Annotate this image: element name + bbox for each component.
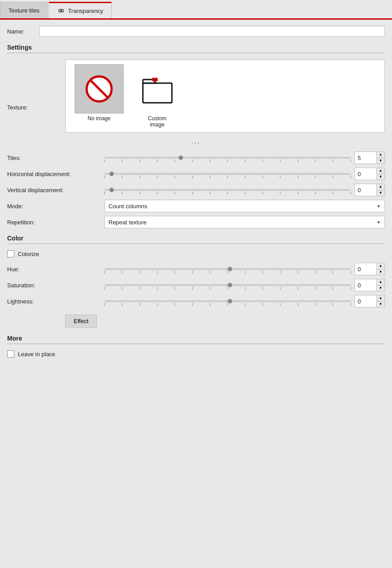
folder-icon (141, 73, 174, 105)
tiles-label: Tiles: (7, 155, 101, 161)
tab-transparency[interactable]: Transparency (49, 2, 112, 18)
lightness-down-button[interactable]: ▼ (377, 302, 384, 307)
name-label: Name: (7, 28, 34, 35)
colorize-row: Colorize (7, 250, 385, 257)
texture-option-custom-image[interactable]: Customimage (133, 64, 182, 128)
saturation-value[interactable]: 0 (355, 279, 376, 291)
saturation-slider-track[interactable] (104, 280, 351, 290)
colorize-checkbox[interactable] (7, 250, 14, 257)
tiles-down-button[interactable]: ▼ (377, 158, 384, 164)
lightness-arrows: ▲ ▼ (376, 295, 384, 307)
settings-section-title: Settings (7, 44, 385, 53)
tab-texture-tiles[interactable]: Texture tiles (0, 2, 48, 18)
hue-slider-ticks (104, 271, 351, 273)
hdisplace-label: Horizontal displacement: (7, 171, 101, 177)
vdisplace-spinbox: 0 ▲ ▼ (354, 184, 385, 196)
color-section: Color Colorize Hue: (7, 235, 385, 328)
tiles-up-button[interactable]: ▲ (377, 152, 384, 158)
hue-down-button[interactable]: ▼ (377, 269, 384, 275)
hue-up-button[interactable]: ▲ (377, 263, 384, 269)
svg-rect-5 (152, 78, 158, 81)
lightness-slider-bg (104, 300, 351, 302)
hdisplace-up-button[interactable]: ▲ (377, 168, 384, 174)
mode-dropdown[interactable]: Count columns ▼ (104, 200, 385, 212)
saturation-slider-ticks (104, 287, 351, 290)
lightness-row: Lightness: 0 ▲ ▼ (7, 295, 385, 307)
saturation-slider-bg (104, 284, 351, 286)
effect-button[interactable]: Effect (65, 315, 97, 328)
hue-arrows: ▲ ▼ (376, 263, 384, 275)
hue-slider-track[interactable] (104, 264, 351, 274)
lightness-spinbox: 0 ▲ ▼ (354, 295, 385, 307)
lightness-label: Lightness: (7, 298, 101, 305)
hdisplace-down-button[interactable]: ▼ (377, 174, 384, 180)
vdisplace-slider-bg (104, 189, 351, 191)
name-input[interactable] (39, 26, 385, 37)
tiles-slider-bg (104, 157, 351, 159)
vdisplace-value[interactable]: 0 (355, 184, 376, 196)
hue-label: Hue: (7, 266, 101, 273)
tiles-arrows: ▲ ▼ (376, 152, 384, 164)
saturation-up-button[interactable]: ▲ (377, 279, 384, 286)
repetition-dropdown-arrow: ▼ (376, 220, 381, 225)
saturation-row: Saturation: 0 ▲ ▼ (7, 279, 385, 291)
tiles-value[interactable]: 5 (355, 152, 376, 164)
repetition-row: Repetition: Repeat texture ▼ (7, 216, 385, 228)
vdisplace-slider-container[interactable] (104, 185, 351, 195)
vdisplace-slider-ticks (104, 192, 351, 194)
hdisplace-slider-track[interactable] (104, 169, 351, 179)
saturation-slider-container[interactable] (104, 280, 351, 290)
tab-transparency-label: Transparency (68, 8, 103, 14)
lightness-slider-container[interactable] (104, 296, 351, 306)
hue-spinbox: 0 ▲ ▼ (354, 263, 385, 275)
leave-in-place-row: Leave in place (7, 350, 385, 358)
texture-row: Texture: No image (7, 59, 385, 133)
svg-rect-4 (143, 83, 172, 103)
name-row: Name: (7, 26, 385, 37)
color-section-title: Color (7, 235, 385, 244)
hdisplace-arrows: ▲ ▼ (376, 168, 384, 180)
vdisplace-down-button[interactable]: ▼ (377, 190, 384, 196)
saturation-down-button[interactable]: ▼ (377, 286, 384, 291)
saturation-arrows: ▲ ▼ (376, 279, 384, 291)
lightness-slider-track[interactable] (104, 296, 351, 306)
colorize-label: Colorize (18, 251, 39, 257)
hdisplace-value[interactable]: 0 (355, 168, 376, 180)
more-section: More Leave in place (7, 335, 385, 358)
mode-dropdown-arrow: ▼ (376, 204, 381, 209)
tiles-slider-track[interactable] (104, 153, 351, 163)
saturation-spinbox: 0 ▲ ▼ (354, 279, 385, 291)
texture-thumb-custom-image (133, 64, 182, 114)
hdisplace-spinbox: 0 ▲ ▼ (354, 168, 385, 180)
vdisplace-row: Vertical displacement: 0 ▲ ▼ (7, 184, 385, 196)
repetition-dropdown[interactable]: Repeat texture ▼ (104, 216, 385, 228)
leave-in-place-checkbox[interactable] (7, 350, 14, 358)
texture-custom-image-label: Customimage (148, 115, 166, 128)
more-section-title: More (7, 335, 385, 344)
repetition-label: Repetition: (7, 219, 101, 226)
hue-slider-container[interactable] (104, 264, 351, 274)
lightness-value[interactable]: 0 (355, 295, 376, 307)
hue-row: Hue: 0 ▲ ▼ (7, 263, 385, 275)
tiles-row: Tiles: 5 ▲ ▼ (7, 151, 385, 164)
mode-value: Count columns (108, 203, 147, 210)
tiles-slider-container[interactable] (104, 153, 351, 163)
hue-value[interactable]: 0 (355, 263, 376, 275)
vdisplace-slider-track[interactable] (104, 185, 351, 195)
hdisplace-slider-container[interactable] (104, 169, 351, 179)
saturation-label: Saturation: (7, 282, 101, 289)
vdisplace-up-button[interactable]: ▲ (377, 184, 384, 190)
texture-thumb-no-image (75, 64, 124, 114)
hdisplace-slider-bg (104, 173, 351, 175)
hdisplace-row: Horizontal displacement: 0 ▲ ▼ (7, 168, 385, 180)
no-image-icon (83, 73, 115, 105)
leave-in-place-label: Leave in place (18, 351, 55, 358)
mode-row: Mode: Count columns ▼ (7, 200, 385, 212)
repetition-value: Repeat texture (108, 219, 146, 226)
lightness-up-button[interactable]: ▲ (377, 295, 384, 302)
texture-option-no-image[interactable]: No image (75, 64, 124, 122)
main-content: Name: Settings Texture: No image (0, 20, 392, 369)
hdisplace-slider-ticks (104, 176, 351, 178)
mode-label: Mode: (7, 203, 101, 210)
ellipsis-row: ... (7, 135, 385, 147)
